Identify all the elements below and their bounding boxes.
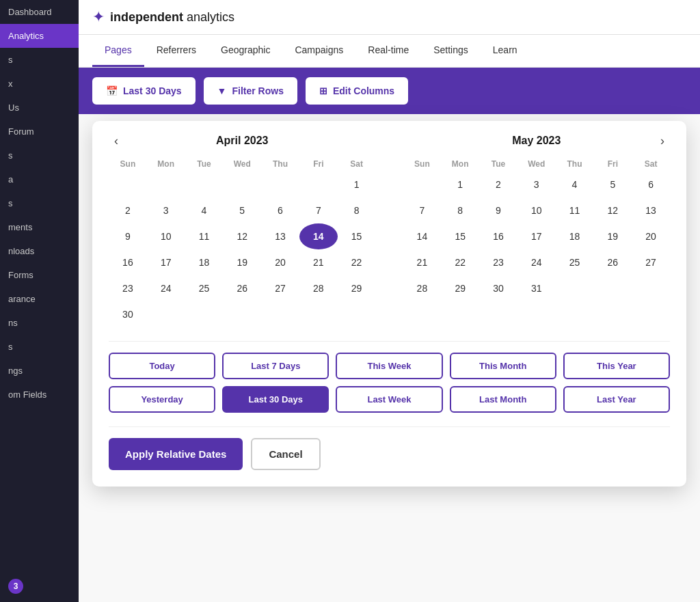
date-range-button[interactable]: 📅 Last 30 Days (92, 77, 196, 105)
tab-geographic[interactable]: Geographic (208, 35, 282, 67)
calendar-day[interactable]: 8 (441, 197, 479, 223)
calendar-day[interactable]: 5 (223, 197, 261, 223)
calendar-day[interactable]: 26 (223, 275, 261, 301)
calendar-day[interactable]: 20 (261, 249, 299, 275)
quick-thismonth[interactable]: This Month (450, 353, 556, 379)
calendar-day[interactable]: 22 (441, 249, 479, 275)
sidebar-item-17[interactable]: om Fields (0, 383, 79, 407)
calendar-day[interactable]: 30 (479, 275, 517, 301)
calendar-day[interactable]: 16 (479, 223, 517, 249)
calendar-day[interactable]: 28 (299, 275, 338, 301)
sidebar-item-7[interactable]: s (0, 143, 79, 167)
calendar-day[interactable]: 15 (441, 223, 479, 249)
calendar-day[interactable]: 29 (441, 275, 479, 301)
calendar-day[interactable]: 8 (338, 197, 376, 223)
calendar-day[interactable]: 21 (403, 249, 442, 275)
calendar-day[interactable]: 13 (261, 223, 299, 249)
calendar-day[interactable]: 10 (147, 223, 185, 249)
calendar-day[interactable]: 28 (403, 275, 442, 301)
calendar-day[interactable]: 31 (517, 275, 556, 301)
quick-lastyear[interactable]: Last Year (563, 386, 670, 413)
quick-yesterday[interactable]: Yesterday (109, 386, 215, 413)
calendar-day[interactable]: 5 (593, 172, 632, 197)
calendar-day[interactable]: 4 (185, 197, 224, 223)
calendar-day[interactable]: 11 (556, 197, 594, 223)
calendar-day[interactable]: 2 (479, 172, 517, 197)
calendar-day[interactable]: 4 (556, 172, 594, 197)
tab-campaigns[interactable]: Campaigns (282, 35, 355, 67)
calendar-day[interactable]: 10 (517, 197, 556, 223)
apply-button[interactable]: Apply Relative Dates (109, 438, 243, 470)
calendar-day[interactable]: 24 (147, 275, 185, 301)
calendar-day[interactable]: 14 (299, 223, 338, 249)
calendar-day[interactable]: 16 (109, 249, 147, 275)
calendar-day[interactable]: 1 (338, 172, 376, 197)
tab-referrers[interactable]: Referrers (144, 35, 208, 67)
sidebar-item-dashboard[interactable]: Dashboard (0, 0, 79, 24)
quick-thisyear[interactable]: This Year (563, 353, 670, 379)
calendar-day[interactable]: 13 (632, 197, 670, 223)
filter-rows-button[interactable]: ▼ Filter Rows (204, 77, 297, 105)
calendar-day[interactable]: 3 (147, 197, 185, 223)
quick-lastweek[interactable]: Last Week (336, 386, 442, 413)
sidebar-item-12[interactable]: Forms (0, 263, 79, 287)
tab-realtime[interactable]: Real-time (355, 35, 421, 67)
calendar-day[interactable]: 23 (479, 249, 517, 275)
cancel-button[interactable]: Cancel (251, 438, 320, 470)
sidebar-item-4[interactable]: x (0, 72, 79, 96)
calendar-day[interactable]: 1 (441, 172, 479, 197)
next-month-button[interactable]: › (655, 131, 670, 151)
sidebar-item-10[interactable]: ments (0, 215, 79, 239)
calendar-day[interactable]: 7 (403, 197, 442, 223)
calendar-day[interactable]: 15 (338, 223, 376, 249)
calendar-day[interactable]: 19 (593, 223, 632, 249)
calendar-day[interactable]: 11 (185, 223, 224, 249)
calendar-day[interactable]: 27 (632, 249, 670, 275)
calendar-day[interactable]: 14 (403, 223, 442, 249)
calendar-day[interactable]: 23 (109, 275, 147, 301)
calendar-day[interactable]: 24 (517, 249, 556, 275)
sidebar-item-8[interactable]: a (0, 167, 79, 191)
calendar-day[interactable]: 7 (299, 197, 338, 223)
sidebar-item-16[interactable]: ngs (0, 359, 79, 383)
calendar-day[interactable]: 20 (632, 223, 670, 249)
tab-settings[interactable]: Settings (421, 35, 481, 67)
calendar-day[interactable]: 21 (299, 249, 338, 275)
edit-columns-button[interactable]: ⊞ Edit Columns (306, 77, 408, 105)
quick-last7days[interactable]: Last 7 Days (222, 353, 329, 379)
sidebar-item-3[interactable]: s (0, 48, 79, 72)
quick-today[interactable]: Today (109, 353, 215, 379)
sidebar-item-11[interactable]: nloads (0, 239, 79, 263)
quick-last30days[interactable]: Last 30 Days (222, 386, 329, 413)
calendar-day[interactable]: 30 (109, 301, 147, 327)
sidebar-item-14[interactable]: ns (0, 311, 79, 335)
tab-learn[interactable]: Learn (481, 35, 530, 67)
calendar-day[interactable]: 12 (593, 197, 632, 223)
sidebar-item-13[interactable]: arance (0, 287, 79, 311)
calendar-day[interactable]: 9 (479, 197, 517, 223)
quick-lastmonth[interactable]: Last Month (450, 386, 556, 413)
calendar-day[interactable]: 17 (517, 223, 556, 249)
calendar-day[interactable]: 27 (261, 275, 299, 301)
sidebar-item-15[interactable]: s (0, 335, 79, 359)
calendar-day[interactable]: 25 (185, 275, 224, 301)
calendar-day[interactable]: 6 (632, 172, 670, 197)
sidebar-item-5[interactable]: Us (0, 96, 79, 120)
calendar-day[interactable]: 18 (556, 223, 594, 249)
calendar-day[interactable]: 3 (517, 172, 556, 197)
calendar-day[interactable]: 9 (109, 223, 147, 249)
calendar-day[interactable]: 17 (147, 249, 185, 275)
calendar-day[interactable]: 6 (261, 197, 299, 223)
calendar-day[interactable]: 25 (556, 249, 594, 275)
tab-pages[interactable]: Pages (92, 35, 144, 67)
calendar-day[interactable]: 19 (223, 249, 261, 275)
sidebar-item-analytics[interactable]: Analytics (0, 24, 79, 48)
sidebar-item-6[interactable]: Forum (0, 120, 79, 143)
calendar-day[interactable]: 12 (223, 223, 261, 249)
calendar-day[interactable]: 26 (593, 249, 632, 275)
quick-thisweek[interactable]: This Week (336, 353, 442, 379)
calendar-day[interactable]: 18 (185, 249, 224, 275)
sidebar-item-9[interactable]: s (0, 191, 79, 215)
prev-month-button[interactable]: ‹ (109, 131, 124, 151)
calendar-day[interactable]: 2 (109, 197, 147, 223)
